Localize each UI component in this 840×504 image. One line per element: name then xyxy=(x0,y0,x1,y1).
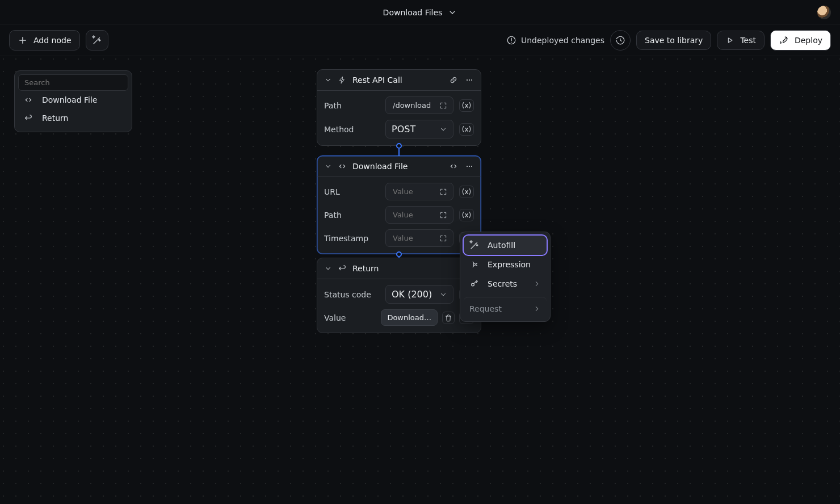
deploy-button[interactable]: Deploy xyxy=(770,30,831,51)
maximize-icon[interactable] xyxy=(439,188,447,196)
maximize-icon[interactable] xyxy=(439,211,447,219)
expression-toggle[interactable]: (x) xyxy=(459,209,474,221)
key-icon xyxy=(469,279,480,289)
node-palette: Download File Return xyxy=(14,70,132,132)
code-icon xyxy=(24,95,33,104)
field-label: Value xyxy=(324,313,375,322)
expression-toggle[interactable]: (x) xyxy=(459,123,474,136)
method-select[interactable]: POST xyxy=(385,120,453,138)
field-label: Method xyxy=(324,125,380,134)
test-button[interactable]: Test xyxy=(717,31,765,50)
url-input[interactable] xyxy=(385,183,453,200)
rocket-icon xyxy=(779,35,789,45)
play-icon xyxy=(725,36,734,45)
undeployed-indicator: Undeployed changes xyxy=(506,35,604,45)
palette-item-download-file[interactable]: Download File xyxy=(18,91,128,109)
path-input[interactable] xyxy=(385,206,453,224)
maximize-icon[interactable] xyxy=(439,234,447,242)
node-return[interactable]: Return Status code OK (200) (x) Value Do… xyxy=(317,258,481,333)
wand-icon xyxy=(92,35,102,45)
node-download-file[interactable]: Download File URL (x) Path xyxy=(317,156,481,254)
node-title: Download File xyxy=(352,162,408,171)
chevron-down-icon xyxy=(448,8,457,17)
context-menu: Autofill Expression Secrets Request xyxy=(460,232,551,322)
menu-item-request[interactable]: Request xyxy=(464,297,547,318)
menu-item-autofill[interactable]: Autofill xyxy=(464,236,547,255)
chevron-right-icon xyxy=(533,305,541,313)
magic-button[interactable] xyxy=(86,30,108,51)
workflow-title-dropdown[interactable]: Download Files xyxy=(383,8,457,17)
plus-icon xyxy=(18,35,28,45)
caret-down-icon[interactable] xyxy=(324,264,332,272)
node-rest-api-call[interactable]: Rest API Call Path (x) Method POST xyxy=(317,69,481,146)
output-port[interactable] xyxy=(396,143,402,149)
add-node-button[interactable]: Add node xyxy=(9,30,80,51)
chevron-down-icon xyxy=(439,125,447,133)
timestamp-input[interactable] xyxy=(385,229,453,247)
return-icon xyxy=(338,264,347,273)
history-button[interactable] xyxy=(610,30,631,51)
field-label: Path xyxy=(324,211,380,220)
avatar[interactable] xyxy=(817,6,831,19)
menu-item-expression[interactable]: Expression xyxy=(464,255,547,274)
code-icon[interactable] xyxy=(449,162,458,171)
bolt-icon xyxy=(338,75,347,85)
caret-down-icon[interactable] xyxy=(324,76,332,84)
status-select[interactable]: OK (200) xyxy=(385,285,453,304)
expression-toggle[interactable]: (x) xyxy=(459,186,474,198)
trash-icon xyxy=(444,314,452,322)
node-title: Rest API Call xyxy=(352,75,402,85)
field-label: Path xyxy=(324,101,380,110)
return-icon xyxy=(24,114,33,123)
value-chip[interactable]: Download… xyxy=(381,309,438,326)
output-port[interactable] xyxy=(396,251,402,257)
caret-down-icon[interactable] xyxy=(324,162,332,170)
field-label: Timestamp xyxy=(324,234,380,243)
expression-toggle[interactable]: (x) xyxy=(459,99,474,112)
history-icon xyxy=(615,35,625,45)
fx-icon xyxy=(469,259,480,270)
delete-button[interactable] xyxy=(442,312,455,324)
workflow-title: Download Files xyxy=(383,8,443,17)
path-input[interactable] xyxy=(385,96,453,114)
maximize-icon[interactable] xyxy=(439,102,447,110)
more-icon[interactable] xyxy=(465,162,474,171)
alert-icon xyxy=(506,35,516,45)
node-title: Return xyxy=(352,264,379,273)
menu-item-secrets[interactable]: Secrets xyxy=(464,274,547,293)
chevron-down-icon xyxy=(439,291,447,299)
palette-search-input[interactable] xyxy=(18,74,128,91)
wand-icon xyxy=(469,240,480,250)
field-label: Status code xyxy=(324,290,380,299)
more-icon[interactable] xyxy=(465,75,474,85)
chevron-right-icon xyxy=(533,280,541,288)
code-icon xyxy=(338,162,347,171)
link-icon[interactable] xyxy=(449,75,458,85)
field-label: URL xyxy=(324,187,380,196)
palette-item-return[interactable]: Return xyxy=(18,109,128,127)
save-to-library-button[interactable]: Save to library xyxy=(636,31,711,50)
